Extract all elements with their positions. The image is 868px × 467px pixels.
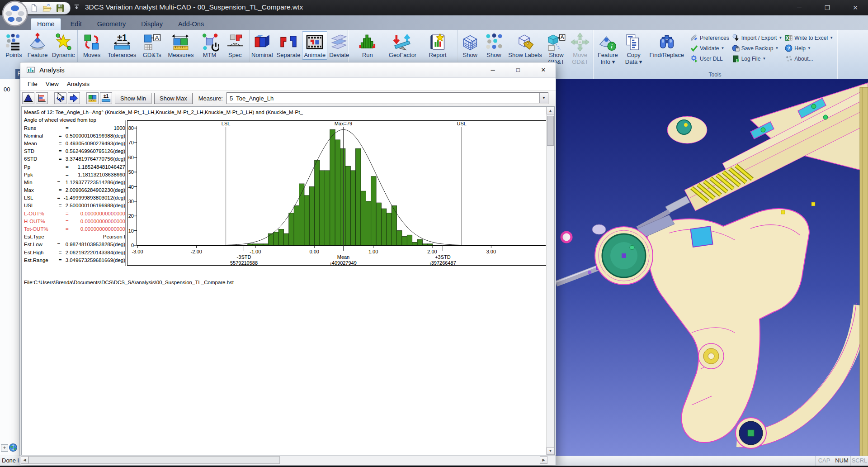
separate-icon <box>279 33 298 52</box>
ribbon-button-dynamic[interactable]: Dynamic <box>50 31 77 60</box>
feature-icon <box>28 33 47 52</box>
dialog-menu-view[interactable]: View <box>42 81 62 87</box>
svg-text:LSL: LSL <box>222 121 231 126</box>
ribbon-button-run[interactable]: Run <box>356 31 379 60</box>
ribbon-button-show[interactable]: Show <box>459 31 481 60</box>
tool-button-log-file[interactable]: Log File▼ <box>732 55 783 62</box>
histogram-view-button[interactable] <box>22 92 34 104</box>
combo-dropdown-icon[interactable]: ▼ <box>539 93 548 103</box>
close-button[interactable]: ✕ <box>851 4 860 11</box>
horizontal-scroll-thumb[interactable] <box>28 456 280 464</box>
svg-text:80: 80 <box>128 125 134 131</box>
title-bar: 3DCS Variation Analyst Multi-CAD - 00_Su… <box>0 0 868 15</box>
dialog-menu-file[interactable]: File <box>24 81 41 87</box>
tab-add-ons[interactable]: Add-Ons <box>172 19 210 30</box>
svg-text:20: 20 <box>128 213 134 219</box>
ribbon-button-points[interactable]: Points <box>2 31 25 60</box>
qat-dropdown-icon[interactable] <box>73 4 80 11</box>
expand-icon[interactable]: + <box>1 444 8 452</box>
svg-text:70: 70 <box>128 140 134 145</box>
tolerance-button[interactable]: ±1 <box>100 92 112 104</box>
ribbon-button-separate[interactable]: Separate <box>275 31 302 60</box>
dialog-menu-analysis[interactable]: Analysis <box>63 81 93 87</box>
ribbon-button-label: Moves <box>83 52 100 58</box>
tool-button-label: Validate <box>700 45 719 52</box>
dialog-close-button[interactable]: ✕ <box>538 67 548 73</box>
tool-button-label: About... <box>794 56 813 62</box>
dropdown-caret-icon: ▼ <box>775 46 778 50</box>
tool-button-preferences[interactable]: Preferences <box>690 34 729 42</box>
ribbon-button-tolerances[interactable]: ±1Tolerances <box>106 31 138 60</box>
save-icon[interactable] <box>56 4 65 13</box>
tree-root-label[interactable]: 00 <box>4 86 10 93</box>
measure-combobox[interactable]: 5 Toe_Angle_Lh ▼ <box>226 92 548 104</box>
tab-display[interactable]: Display <box>135 19 169 30</box>
tool-button-import-export[interactable]: Import / Export▼ <box>732 34 783 42</box>
vertical-scroll-thumb[interactable] <box>547 116 554 146</box>
tool-button-user-dll[interactable]: User DLL <box>690 55 729 62</box>
ribbon-button-feature-info[interactable]: iFeatureInfo ▾ <box>596 31 620 67</box>
report-icon <box>428 33 447 52</box>
show-min-button[interactable]: Show Min <box>115 93 151 104</box>
dropdown-caret-icon: ▼ <box>762 57 766 61</box>
preferences-icon <box>690 34 698 42</box>
svg-text:±1: ±1 <box>117 33 127 43</box>
ribbon-button-deviate[interactable]: Deviate <box>327 31 351 60</box>
open-file-icon[interactable] <box>42 4 52 13</box>
ribbon-button-show-gd-t[interactable]: AShowGD&T <box>545 31 567 67</box>
tool-button-about[interactable]: About... <box>785 55 833 62</box>
vertical-scrollbar[interactable]: ▲ ▼ <box>546 107 554 455</box>
dialog-maximize-button[interactable]: □ <box>513 67 523 73</box>
3d-model-suspension[interactable] <box>556 79 868 456</box>
stat-row-lsl: LSL=-1.499999893803012(deg) <box>24 194 125 202</box>
deviate-icon <box>330 33 349 52</box>
show-max-button[interactable]: Show Max <box>154 93 193 104</box>
tool-button-save-backup[interactable]: Save Backup▼ <box>732 44 783 52</box>
measure-properties-button[interactable] <box>86 92 99 104</box>
svg-text:?: ? <box>787 45 790 51</box>
dialog-minimize-button[interactable]: ─ <box>488 67 498 73</box>
hlm-view-button[interactable] <box>36 92 48 104</box>
app-logo-icon[interactable] <box>2 0 28 27</box>
ribbon-button-report[interactable]: Report <box>426 31 449 60</box>
tool-button-help[interactable]: ?Help▼ <box>785 44 833 52</box>
tab-home[interactable]: Home <box>31 18 61 30</box>
ribbon-button-feature[interactable]: Feature <box>26 31 50 60</box>
ribbon-button-measures[interactable]: Measures <box>166 31 195 60</box>
next-measure-button[interactable] <box>68 92 80 104</box>
svg-text:+3STD: +3STD <box>435 254 451 260</box>
tool-button-write-to-excel[interactable]: XWrite to Excel▼ <box>785 34 833 42</box>
ribbon-button-label: Find/Replace <box>649 52 684 58</box>
ribbon-button-mtm[interactable]: MTM <box>198 31 221 60</box>
ribbon-button-find-replace[interactable]: Find/Replace <box>647 31 686 60</box>
scroll-down-icon[interactable]: ▼ <box>547 447 554 455</box>
ribbon-button-show-labels[interactable]: Show Labels <box>506 31 543 60</box>
maximize-button[interactable]: ❐ <box>823 4 832 11</box>
scroll-up-icon[interactable]: ▲ <box>547 107 554 114</box>
horizontal-scrollbar[interactable]: ◀ ▶ <box>20 455 556 465</box>
ribbon-button-nominal[interactable]: Nominal <box>250 31 275 60</box>
ribbon-button-move-gd-t[interactable]: AMoveGD&T <box>569 31 591 67</box>
minimize-button[interactable]: ─ <box>795 4 804 11</box>
ribbon-button-animate[interactable]: Animate <box>302 31 327 60</box>
run-icon <box>358 33 377 52</box>
stat-row-runs: Runs=1000 <box>24 124 125 132</box>
tab-edit[interactable]: Edit <box>65 19 88 30</box>
ribbon-button-geofactor[interactable]: GeoFactor <box>387 31 418 60</box>
ribbon-button-spec[interactable]: Spec <box>224 31 246 60</box>
ribbon-button-show[interactable]: Show <box>483 31 505 60</box>
ribbon-button-moves[interactable]: Moves <box>80 31 103 60</box>
svg-text:50: 50 <box>128 169 134 175</box>
analysis-canvas: Meas5 of 12: Toe_Angle_Lh--Ang° (Knuckle… <box>21 106 555 455</box>
ribbon-button-label: Separate <box>277 52 301 58</box>
ribbon-button-copy-data[interactable]: CopyData ▾ <box>623 31 645 67</box>
scroll-right-icon[interactable]: ▶ <box>540 456 547 464</box>
tab-geometry[interactable]: Geometry <box>91 19 132 30</box>
scroll-left-icon[interactable]: ◀ <box>21 456 28 464</box>
model-tree-strip[interactable] <box>0 79 20 456</box>
ribbon-button-gd-ts[interactable]: AGD&Ts <box>141 31 163 60</box>
dialog-title-bar[interactable]: Analysis ─ □ ✕ <box>20 62 556 78</box>
tool-button-validate[interactable]: Validate▼ <box>690 44 729 52</box>
new-document-icon[interactable] <box>29 4 38 13</box>
svg-text:60: 60 <box>128 155 134 160</box>
